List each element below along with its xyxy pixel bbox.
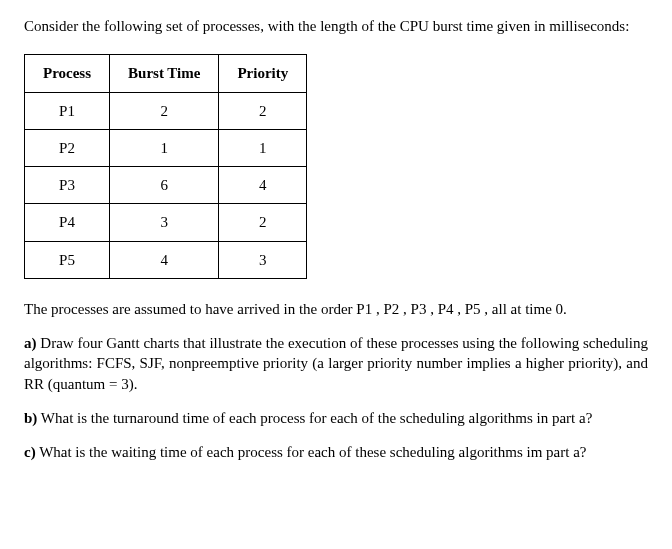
question-b-label: b) <box>24 410 37 426</box>
cell-burst: 6 <box>110 167 219 204</box>
cell-process: P1 <box>25 92 110 129</box>
cell-process: P5 <box>25 241 110 278</box>
intro-text: Consider the following set of processes,… <box>24 16 648 36</box>
header-priority: Priority <box>219 55 307 92</box>
question-a-label: a) <box>24 335 37 351</box>
header-burst-time: Burst Time <box>110 55 219 92</box>
table-row: P2 1 1 <box>25 129 307 166</box>
assumption-text: The processes are assumed to have arrive… <box>24 299 648 319</box>
cell-burst: 4 <box>110 241 219 278</box>
cell-process: P4 <box>25 204 110 241</box>
table-header-row: Process Burst Time Priority <box>25 55 307 92</box>
cell-burst: 1 <box>110 129 219 166</box>
table-row: P5 4 3 <box>25 241 307 278</box>
question-b-text: What is the turnaround time of each proc… <box>37 410 592 426</box>
table-row: P3 6 4 <box>25 167 307 204</box>
cell-burst: 3 <box>110 204 219 241</box>
cell-priority: 1 <box>219 129 307 166</box>
cell-process: P2 <box>25 129 110 166</box>
process-table: Process Burst Time Priority P1 2 2 P2 1 … <box>24 54 307 279</box>
cell-priority: 4 <box>219 167 307 204</box>
table-row: P4 3 2 <box>25 204 307 241</box>
question-a-text: Draw four Gantt charts that illustrate t… <box>24 335 648 392</box>
question-c: c) What is the waiting time of each proc… <box>24 442 648 462</box>
table-row: P1 2 2 <box>25 92 307 129</box>
question-b: b) What is the turnaround time of each p… <box>24 408 648 428</box>
header-process: Process <box>25 55 110 92</box>
question-c-text: What is the waiting time of each process… <box>36 444 587 460</box>
question-a: a) Draw four Gantt charts that illustrat… <box>24 333 648 394</box>
cell-priority: 2 <box>219 92 307 129</box>
cell-process: P3 <box>25 167 110 204</box>
question-c-label: c) <box>24 444 36 460</box>
cell-priority: 3 <box>219 241 307 278</box>
cell-burst: 2 <box>110 92 219 129</box>
cell-priority: 2 <box>219 204 307 241</box>
